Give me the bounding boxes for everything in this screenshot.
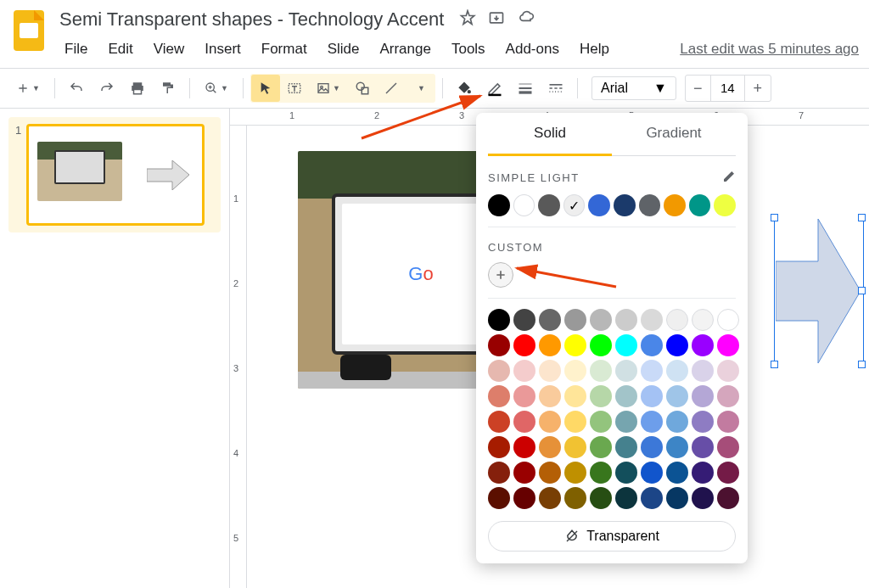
palette-color-swatch[interactable] <box>539 436 561 458</box>
menu-arrange[interactable]: Arrange <box>371 37 439 61</box>
select-tool[interactable] <box>251 75 280 102</box>
palette-color-swatch[interactable] <box>666 487 688 509</box>
add-custom-color-button[interactable] <box>488 262 513 288</box>
palette-color-swatch[interactable] <box>717 462 739 484</box>
palette-color-swatch[interactable] <box>615 411 637 433</box>
palette-color-swatch[interactable] <box>488 360 510 382</box>
palette-color-swatch[interactable] <box>692 436 714 458</box>
palette-color-swatch[interactable] <box>615 334 637 356</box>
palette-color-swatch[interactable] <box>615 436 637 458</box>
menu-addons[interactable]: Add-ons <box>497 37 568 61</box>
palette-color-swatch[interactable] <box>615 462 637 484</box>
cloud-status-icon[interactable] <box>517 9 535 30</box>
palette-color-swatch[interactable] <box>615 360 637 382</box>
palette-color-swatch[interactable] <box>539 487 561 509</box>
theme-color-swatch[interactable] <box>689 194 711 216</box>
palette-color-swatch[interactable] <box>539 334 561 356</box>
slides-logo[interactable] <box>10 7 48 54</box>
palette-color-swatch[interactable] <box>564 462 586 484</box>
font-size-decrease[interactable]: − <box>686 76 711 101</box>
palette-color-swatch[interactable] <box>590 462 612 484</box>
palette-color-swatch[interactable] <box>488 411 510 433</box>
selected-arrow-shape[interactable] <box>776 219 861 363</box>
font-size-increase[interactable]: + <box>745 76 771 101</box>
theme-color-swatch[interactable] <box>588 194 610 216</box>
line-tool[interactable] <box>377 75 406 102</box>
document-title[interactable]: Semi Transparent shapes - Technology Acc… <box>56 7 447 32</box>
palette-color-swatch[interactable] <box>590 309 612 331</box>
palette-color-swatch[interactable] <box>564 385 586 407</box>
text-box-tool[interactable] <box>280 75 309 102</box>
slide-thumbnail-1[interactable]: 1 <box>15 124 214 226</box>
palette-color-swatch[interactable] <box>641 462 663 484</box>
theme-color-swatch[interactable] <box>513 194 535 216</box>
theme-color-swatch[interactable] <box>538 194 560 216</box>
palette-color-swatch[interactable] <box>488 462 510 484</box>
menu-edit[interactable]: Edit <box>99 37 141 61</box>
theme-color-swatch[interactable] <box>488 194 510 216</box>
palette-color-swatch[interactable] <box>692 385 714 407</box>
menu-slide[interactable]: Slide <box>319 37 368 61</box>
palette-color-swatch[interactable] <box>564 334 586 356</box>
paint-format-button[interactable] <box>154 75 182 102</box>
palette-color-swatch[interactable] <box>590 487 612 509</box>
palette-color-swatch[interactable] <box>488 309 510 331</box>
palette-color-swatch[interactable] <box>513 334 535 356</box>
palette-color-swatch[interactable] <box>641 360 663 382</box>
palette-color-swatch[interactable] <box>488 385 510 407</box>
palette-color-swatch[interactable] <box>666 385 688 407</box>
palette-color-swatch[interactable] <box>590 360 612 382</box>
palette-color-swatch[interactable] <box>564 309 586 331</box>
palette-color-swatch[interactable] <box>539 462 561 484</box>
palette-color-swatch[interactable] <box>666 411 688 433</box>
theme-color-swatch[interactable] <box>563 194 586 216</box>
palette-color-swatch[interactable] <box>615 309 637 331</box>
palette-color-swatch[interactable] <box>488 436 510 458</box>
palette-color-swatch[interactable] <box>641 309 663 331</box>
palette-color-swatch[interactable] <box>590 411 612 433</box>
menu-help[interactable]: Help <box>571 37 618 61</box>
theme-color-swatch[interactable] <box>614 194 636 216</box>
border-color-button[interactable] <box>480 75 509 102</box>
palette-color-swatch[interactable] <box>717 334 739 356</box>
font-family-select[interactable]: Arial ▼ <box>591 76 676 100</box>
font-size-value[interactable]: 14 <box>711 76 745 101</box>
fill-color-button[interactable] <box>450 75 479 102</box>
palette-color-swatch[interactable] <box>717 360 739 382</box>
transparent-button[interactable]: Transparent <box>488 521 736 552</box>
palette-color-swatch[interactable] <box>513 436 535 458</box>
palette-color-swatch[interactable] <box>641 411 663 433</box>
theme-color-swatch[interactable] <box>714 194 736 216</box>
palette-color-swatch[interactable] <box>717 411 739 433</box>
palette-color-swatch[interactable] <box>615 487 637 509</box>
zoom-button[interactable]: ▼ <box>197 75 236 102</box>
gradient-tab[interactable]: Gradient <box>612 113 736 155</box>
palette-color-swatch[interactable] <box>717 487 739 509</box>
palette-color-swatch[interactable] <box>666 360 688 382</box>
palette-color-swatch[interactable] <box>641 385 663 407</box>
palette-color-swatch[interactable] <box>641 334 663 356</box>
slide-image[interactable]: GGoo <box>298 151 485 389</box>
line-type-dropdown[interactable]: ▼ <box>406 75 434 102</box>
undo-button[interactable] <box>62 75 91 102</box>
border-dash-button[interactable] <box>541 75 570 102</box>
shape-tool[interactable] <box>348 75 377 102</box>
palette-color-swatch[interactable] <box>717 436 739 458</box>
edit-theme-icon[interactable] <box>722 170 736 186</box>
last-edit-link[interactable]: Last edit was 5 minutes ago <box>680 41 859 58</box>
palette-color-swatch[interactable] <box>564 436 586 458</box>
palette-color-swatch[interactable] <box>666 436 688 458</box>
menu-tools[interactable]: Tools <box>443 37 494 61</box>
palette-color-swatch[interactable] <box>539 411 561 433</box>
menu-file[interactable]: File <box>56 37 96 61</box>
menu-view[interactable]: View <box>145 37 193 61</box>
palette-color-swatch[interactable] <box>641 487 663 509</box>
menu-format[interactable]: Format <box>253 37 316 61</box>
palette-color-swatch[interactable] <box>692 360 714 382</box>
theme-color-swatch[interactable] <box>639 194 661 216</box>
palette-color-swatch[interactable] <box>590 385 612 407</box>
palette-color-swatch[interactable] <box>641 436 663 458</box>
palette-color-swatch[interactable] <box>615 385 637 407</box>
palette-color-swatch[interactable] <box>564 360 586 382</box>
palette-color-swatch[interactable] <box>590 334 612 356</box>
